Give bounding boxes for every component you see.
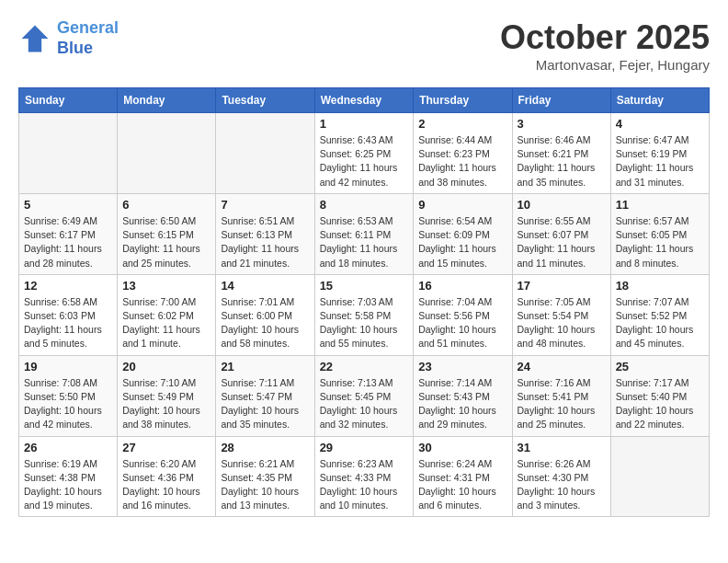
- day-number: 27: [122, 441, 210, 454]
- calendar-cell: 14Sunrise: 7:01 AM Sunset: 6:00 PM Dayli…: [216, 274, 314, 355]
- weekday-header: Tuesday: [216, 88, 314, 113]
- day-info: Sunrise: 7:17 AM Sunset: 5:40 PM Dayligh…: [616, 376, 704, 432]
- calendar-cell: 12Sunrise: 6:58 AM Sunset: 6:03 PM Dayli…: [19, 274, 118, 355]
- calendar-cell: 8Sunrise: 6:53 AM Sunset: 6:11 PM Daylig…: [314, 193, 414, 274]
- weekday-header: Monday: [118, 88, 216, 113]
- day-info: Sunrise: 7:10 AM Sunset: 5:49 PM Dayligh…: [122, 376, 210, 432]
- calendar-cell: 21Sunrise: 7:11 AM Sunset: 5:47 PM Dayli…: [216, 355, 314, 436]
- day-info: Sunrise: 7:16 AM Sunset: 5:41 PM Dayligh…: [518, 376, 606, 432]
- calendar-cell: 24Sunrise: 7:16 AM Sunset: 5:41 PM Dayli…: [512, 355, 610, 436]
- calendar-cell: 1Sunrise: 6:43 AM Sunset: 6:25 PM Daylig…: [314, 113, 414, 194]
- day-info: Sunrise: 6:20 AM Sunset: 4:36 PM Dayligh…: [122, 457, 210, 513]
- day-number: 24: [518, 360, 606, 373]
- weekday-header: Friday: [512, 88, 610, 113]
- day-number: 10: [518, 198, 606, 212]
- calendar-cell: [118, 113, 216, 194]
- day-info: Sunrise: 6:51 AM Sunset: 6:13 PM Dayligh…: [221, 214, 309, 270]
- day-number: 7: [221, 198, 309, 212]
- day-info: Sunrise: 6:57 AM Sunset: 6:05 PM Dayligh…: [616, 214, 704, 270]
- page-header: General Blue October 2025 Martonvasar, F…: [18, 18, 710, 73]
- calendar-cell: 29Sunrise: 6:23 AM Sunset: 4:33 PM Dayli…: [314, 436, 414, 517]
- logo-line2: Blue: [57, 39, 93, 57]
- logo-text: General Blue: [57, 18, 119, 58]
- calendar-week-row: 12Sunrise: 6:58 AM Sunset: 6:03 PM Dayli…: [19, 274, 710, 355]
- calendar-cell: 31Sunrise: 6:26 AM Sunset: 4:30 PM Dayli…: [512, 436, 610, 517]
- calendar-cell: 13Sunrise: 7:00 AM Sunset: 6:02 PM Dayli…: [118, 274, 216, 355]
- calendar-cell: 7Sunrise: 6:51 AM Sunset: 6:13 PM Daylig…: [216, 193, 314, 274]
- calendar-week-row: 5Sunrise: 6:49 AM Sunset: 6:17 PM Daylig…: [19, 193, 710, 274]
- day-info: Sunrise: 6:26 AM Sunset: 4:30 PM Dayligh…: [518, 457, 606, 513]
- calendar-cell: 26Sunrise: 6:19 AM Sunset: 4:38 PM Dayli…: [19, 436, 118, 517]
- day-info: Sunrise: 7:07 AM Sunset: 5:52 PM Dayligh…: [616, 295, 704, 351]
- day-info: Sunrise: 6:44 AM Sunset: 6:23 PM Dayligh…: [418, 133, 506, 190]
- calendar-week-row: 26Sunrise: 6:19 AM Sunset: 4:38 PM Dayli…: [19, 436, 710, 517]
- calendar-cell: 6Sunrise: 6:50 AM Sunset: 6:15 PM Daylig…: [118, 193, 216, 274]
- calendar-cell: 9Sunrise: 6:54 AM Sunset: 6:09 PM Daylig…: [414, 193, 512, 274]
- weekday-header: Thursday: [414, 88, 512, 113]
- day-number: 29: [320, 441, 409, 454]
- day-info: Sunrise: 6:50 AM Sunset: 6:15 PM Dayligh…: [122, 214, 210, 270]
- day-info: Sunrise: 6:49 AM Sunset: 6:17 PM Dayligh…: [24, 214, 112, 270]
- month-title: October 2025: [500, 18, 710, 57]
- weekday-header: Sunday: [19, 88, 118, 113]
- weekday-header-row: SundayMondayTuesdayWednesdayThursdayFrid…: [19, 88, 710, 113]
- day-info: Sunrise: 7:01 AM Sunset: 6:00 PM Dayligh…: [221, 295, 309, 351]
- day-number: 25: [616, 360, 704, 373]
- calendar-cell: 30Sunrise: 6:24 AM Sunset: 4:31 PM Dayli…: [414, 436, 512, 517]
- day-number: 5: [24, 198, 112, 212]
- day-info: Sunrise: 6:54 AM Sunset: 6:09 PM Dayligh…: [418, 214, 506, 270]
- calendar-cell: 11Sunrise: 6:57 AM Sunset: 6:05 PM Dayli…: [610, 193, 709, 274]
- day-info: Sunrise: 6:19 AM Sunset: 4:38 PM Dayligh…: [24, 457, 112, 513]
- weekday-header: Saturday: [610, 88, 709, 113]
- calendar-cell: 16Sunrise: 7:04 AM Sunset: 5:56 PM Dayli…: [414, 274, 512, 355]
- calendar-cell: 27Sunrise: 6:20 AM Sunset: 4:36 PM Dayli…: [118, 436, 216, 517]
- calendar-cell: 10Sunrise: 6:55 AM Sunset: 6:07 PM Dayli…: [512, 193, 610, 274]
- calendar-week-row: 19Sunrise: 7:08 AM Sunset: 5:50 PM Dayli…: [19, 355, 710, 436]
- calendar-cell: 23Sunrise: 7:14 AM Sunset: 5:43 PM Dayli…: [414, 355, 512, 436]
- day-info: Sunrise: 6:58 AM Sunset: 6:03 PM Dayligh…: [24, 295, 112, 351]
- day-number: 21: [221, 360, 309, 373]
- day-info: Sunrise: 7:14 AM Sunset: 5:43 PM Dayligh…: [418, 376, 506, 432]
- calendar-table: SundayMondayTuesdayWednesdayThursdayFrid…: [18, 87, 710, 517]
- day-info: Sunrise: 7:03 AM Sunset: 5:58 PM Dayligh…: [320, 295, 409, 351]
- calendar-cell: 2Sunrise: 6:44 AM Sunset: 6:23 PM Daylig…: [414, 113, 512, 194]
- day-number: 16: [418, 279, 506, 293]
- day-info: Sunrise: 7:11 AM Sunset: 5:47 PM Dayligh…: [221, 376, 309, 432]
- day-number: 6: [122, 198, 210, 212]
- calendar-week-row: 1Sunrise: 6:43 AM Sunset: 6:25 PM Daylig…: [19, 113, 710, 194]
- day-number: 11: [616, 198, 704, 212]
- day-number: 31: [518, 441, 606, 454]
- day-number: 1: [320, 117, 409, 131]
- day-info: Sunrise: 6:55 AM Sunset: 6:07 PM Dayligh…: [518, 214, 606, 270]
- calendar-cell: [610, 436, 709, 517]
- calendar-cell: 5Sunrise: 6:49 AM Sunset: 6:17 PM Daylig…: [19, 193, 118, 274]
- day-number: 8: [320, 198, 409, 212]
- calendar-cell: 3Sunrise: 6:46 AM Sunset: 6:21 PM Daylig…: [512, 113, 610, 194]
- calendar-cell: [19, 113, 118, 194]
- day-info: Sunrise: 6:24 AM Sunset: 4:31 PM Dayligh…: [418, 457, 506, 513]
- day-number: 17: [518, 279, 606, 293]
- calendar-cell: 15Sunrise: 7:03 AM Sunset: 5:58 PM Dayli…: [314, 274, 414, 355]
- day-info: Sunrise: 6:47 AM Sunset: 6:19 PM Dayligh…: [616, 133, 704, 190]
- day-info: Sunrise: 6:43 AM Sunset: 6:25 PM Dayligh…: [320, 133, 409, 190]
- day-number: 3: [518, 117, 606, 131]
- day-number: 13: [122, 279, 210, 293]
- day-number: 30: [418, 441, 506, 454]
- day-number: 15: [320, 279, 409, 293]
- logo-icon: [18, 22, 51, 55]
- calendar-cell: 17Sunrise: 7:05 AM Sunset: 5:54 PM Dayli…: [512, 274, 610, 355]
- day-info: Sunrise: 7:04 AM Sunset: 5:56 PM Dayligh…: [418, 295, 506, 351]
- logo-line1: General: [57, 18, 119, 37]
- calendar-cell: 22Sunrise: 7:13 AM Sunset: 5:45 PM Dayli…: [314, 355, 414, 436]
- day-number: 12: [24, 279, 112, 293]
- calendar-cell: 25Sunrise: 7:17 AM Sunset: 5:40 PM Dayli…: [610, 355, 709, 436]
- day-number: 4: [616, 117, 704, 131]
- day-number: 22: [320, 360, 409, 373]
- day-info: Sunrise: 6:53 AM Sunset: 6:11 PM Dayligh…: [320, 214, 409, 270]
- calendar-cell: 4Sunrise: 6:47 AM Sunset: 6:19 PM Daylig…: [610, 113, 709, 194]
- location: Martonvasar, Fejer, Hungary: [500, 57, 710, 73]
- day-info: Sunrise: 7:05 AM Sunset: 5:54 PM Dayligh…: [518, 295, 606, 351]
- weekday-header: Wednesday: [314, 88, 414, 113]
- day-number: 2: [418, 117, 506, 131]
- day-number: 19: [24, 360, 112, 373]
